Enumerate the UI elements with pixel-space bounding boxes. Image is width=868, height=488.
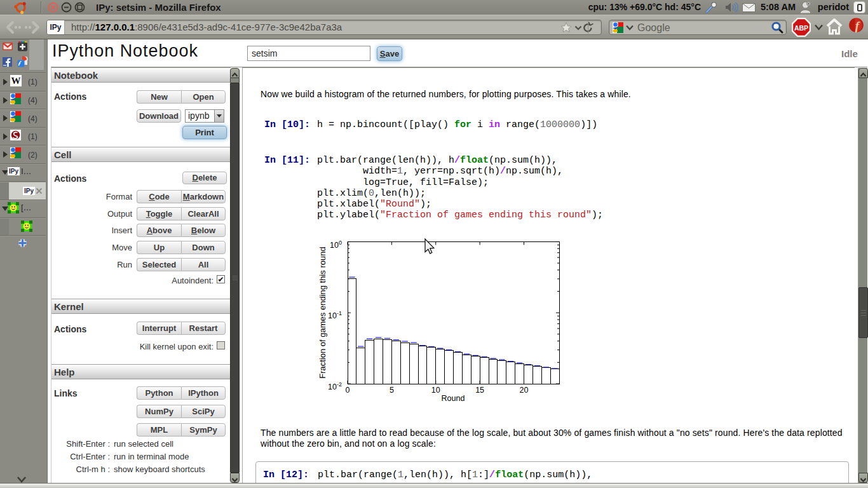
svg-text:10: 10 <box>431 386 440 395</box>
svg-text:Round: Round <box>442 394 465 403</box>
svg-text:100: 100 <box>330 240 342 250</box>
svg-text:Fraction of games ending this: Fraction of games ending this round <box>318 247 327 378</box>
svg-text:20: 20 <box>520 386 529 395</box>
svg-text:10-1: 10-1 <box>328 310 342 320</box>
svg-text:ABP: ABP <box>794 24 808 32</box>
svg-text:15: 15 <box>475 386 484 395</box>
svg-text:5: 5 <box>390 386 394 395</box>
svg-text:0: 0 <box>346 386 350 395</box>
svg-text:10-2: 10-2 <box>328 381 342 391</box>
